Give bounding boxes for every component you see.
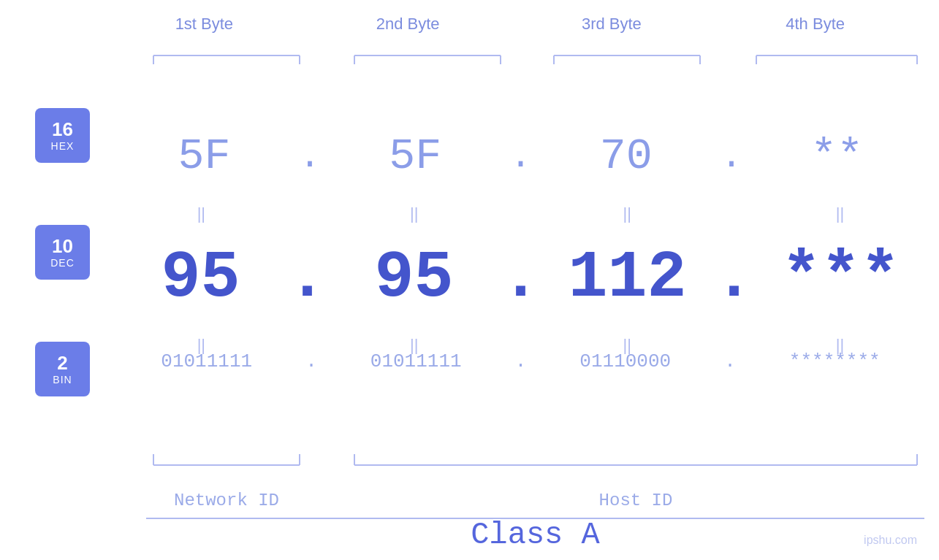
byte-headers: 1st Byte 2nd Byte 3rd Byte 4th Byte (0, 0, 939, 34)
eq1-cell3: || (547, 204, 707, 223)
hex-byte2: 5F (335, 131, 495, 181)
bin-base-num: 2 (57, 353, 67, 374)
hex-base-num: 16 (52, 119, 73, 140)
main-container: 1st Byte 2nd Byte 3rd Byte 4th Byte 16 H… (0, 0, 939, 560)
bin-base-label: BIN (53, 374, 72, 386)
bin-byte3: 01110000 (545, 350, 706, 372)
dec-byte4: *** (760, 241, 921, 315)
hex-byte1: 5F (124, 131, 285, 181)
dec-byte1: 95 (120, 241, 281, 315)
host-id-label: Host ID (417, 491, 855, 510)
bin-dot1: . (305, 350, 317, 372)
dec-dot2: . (501, 245, 540, 311)
watermark: ipshu.com (864, 534, 917, 547)
bin-byte2: 01011111 (335, 350, 496, 372)
dec-byte3: 112 (547, 241, 707, 315)
eq1-cell4: || (760, 204, 921, 223)
bottom-bracket-svg (146, 447, 924, 483)
dec-row: 95 . 95 . 112 . *** (117, 241, 924, 315)
dec-dot1: . (287, 245, 327, 311)
bin-base-badge: 2 BIN (35, 342, 90, 396)
byte4-header: 4th Byte (735, 15, 896, 34)
hex-dot2: . (509, 136, 531, 177)
hex-dot1: . (299, 136, 321, 177)
bin-row: 01011111 . 01011111 . 01110000 . *******… (117, 350, 924, 372)
dec-dot3: . (714, 245, 753, 311)
hex-base-label: HEX (51, 140, 75, 152)
bin-dot2: . (515, 350, 527, 372)
byte3-header: 3rd Byte (531, 15, 692, 34)
network-id-label: Network ID (146, 491, 307, 510)
dec-byte2: 95 (333, 241, 494, 315)
byte2-header: 2nd Byte (327, 15, 488, 34)
dec-base-label: DEC (50, 257, 75, 269)
bin-dot3: . (724, 350, 736, 372)
hex-byte3: 70 (546, 131, 707, 181)
hex-dot3: . (721, 136, 742, 177)
bin-byte1: 01011111 (126, 350, 287, 372)
hex-byte4: ** (756, 131, 917, 181)
hex-base-badge: 16 HEX (35, 108, 90, 163)
byte1-header: 1st Byte (123, 15, 284, 34)
equals-row-1: || || || || (117, 204, 924, 223)
eq1-cell1: || (121, 204, 281, 223)
dec-base-badge: 10 DEC (35, 225, 90, 280)
dec-base-num: 10 (52, 236, 73, 257)
bin-byte4: ******** (754, 350, 915, 372)
eq1-cell2: || (334, 204, 495, 223)
main-grid: 5F . 5F . 70 . ** || || || || 95 . 95 . … (117, 58, 924, 502)
hex-row: 5F . 5F . 70 . ** (117, 131, 924, 181)
class-a-label: Class A (146, 518, 924, 553)
